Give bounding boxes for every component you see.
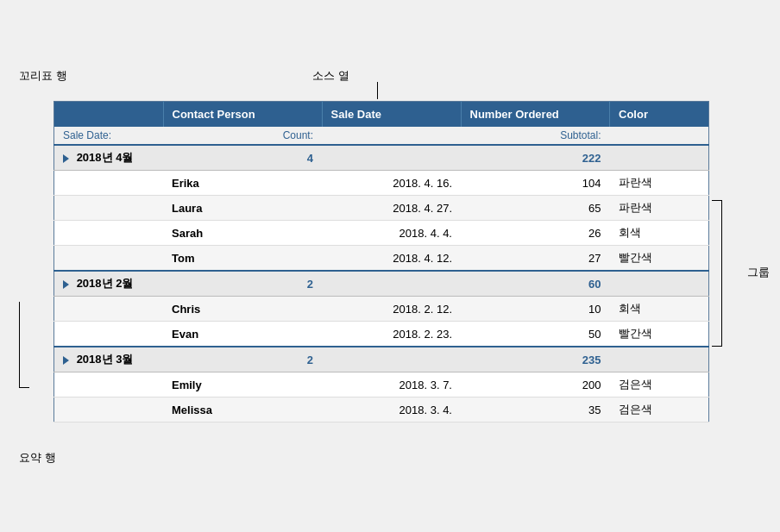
row-number: 26 [461, 221, 610, 246]
row-date: 2018. 3. 7. [322, 372, 461, 397]
table-row: Melissa 2018. 3. 4. 35 검은색 [54, 397, 709, 422]
row-color: 빨간색 [610, 322, 709, 347]
row-number: 65 [461, 196, 610, 221]
row-empty [54, 196, 164, 221]
row-name: Melissa [163, 397, 322, 422]
row-color: 파란색 [610, 196, 709, 221]
subtotal-label: Subtotal: [461, 127, 610, 145]
table-row: Emily 2018. 3. 7. 200 검은색 [54, 372, 709, 397]
source-col-line [377, 82, 378, 99]
table-body: Sale Date: Count: Subtotal: 2018년 4월 4 2… [54, 127, 709, 422]
table-header-row: Contact Person Sale Date Number Ordered … [54, 102, 709, 128]
row-number: 35 [461, 397, 610, 422]
row-name: Laura [163, 196, 322, 221]
row-color: 빨간색 [610, 246, 709, 272]
row-date: 2018. 2. 23. [322, 322, 461, 347]
color-empty-label [610, 127, 709, 145]
group-title-cell: 2018년 2월 [54, 271, 164, 297]
row-date: 2018. 4. 12. [322, 246, 461, 272]
row-date: 2018. 4. 4. [322, 221, 461, 246]
row-number: 10 [461, 297, 610, 322]
group-title: 2018년 2월 [77, 277, 134, 290]
row-empty [54, 297, 164, 322]
row-number: 27 [461, 246, 610, 272]
annotation-header-row: 꼬리표 행 [19, 68, 67, 84]
expand-triangle [63, 154, 69, 163]
col-header-contact-person: Contact Person [163, 102, 322, 128]
col-header-sale-date: Sale Date [322, 102, 461, 128]
col-header-color: Color [610, 102, 709, 128]
row-date: 2018. 2. 12. [322, 297, 461, 322]
count-label: Count: [163, 127, 322, 145]
sale-date-label: Sale Date: [54, 127, 164, 145]
group-date-empty [322, 271, 461, 297]
row-name: Evan [163, 322, 322, 347]
summary-label-row: Sale Date: Count: Subtotal: [54, 127, 709, 145]
row-number: 104 [461, 171, 610, 196]
col-header-number-ordered: Number Ordered [461, 102, 610, 128]
row-number: 200 [461, 372, 610, 397]
group-header-march2018[interactable]: 2018년 3월 2 235 [54, 347, 709, 372]
group-subtotal: 222 [461, 145, 610, 171]
row-name: Sarah [163, 221, 322, 246]
table-row: Sarah 2018. 4. 4. 26 회색 [54, 221, 709, 246]
row-name: Erika [163, 171, 322, 196]
row-date: 2018. 3. 4. [322, 397, 461, 422]
sale-date-empty [322, 127, 461, 145]
page-wrapper: 꼬리표 행 소스 열 그룹 요약 행 Contact Person Sale D… [19, 58, 761, 474]
table-row: Chris 2018. 2. 12. 10 회색 [54, 297, 709, 322]
group-count: 2 [163, 271, 322, 297]
group-title-cell: 2018년 3월 [54, 347, 164, 372]
group-title-cell: 2018년 4월 [54, 145, 164, 171]
table-row: Erika 2018. 4. 16. 104 파란색 [54, 171, 709, 196]
row-date: 2018. 4. 27. [322, 196, 461, 221]
row-name: Chris [163, 297, 322, 322]
table-row: Evan 2018. 2. 23. 50 빨간색 [54, 322, 709, 347]
row-color: 회색 [610, 297, 709, 322]
table-row: Laura 2018. 4. 27. 65 파란색 [54, 196, 709, 221]
table-row: Tom 2018. 4. 12. 27 빨간색 [54, 246, 709, 272]
row-empty [54, 221, 164, 246]
group-count: 2 [163, 347, 322, 372]
pivot-table: Contact Person Sale Date Number Ordered … [53, 101, 709, 422]
summary-bracket [19, 302, 29, 388]
row-empty [54, 322, 164, 347]
group-title: 2018년 3월 [77, 353, 134, 366]
group-date-empty [322, 145, 461, 171]
group-subtotal: 60 [461, 271, 610, 297]
row-empty [54, 372, 164, 397]
group-date-empty [322, 347, 461, 372]
row-color: 회색 [610, 221, 709, 246]
annotation-summary: 요약 행 [19, 450, 56, 466]
row-date: 2018. 4. 16. [322, 171, 461, 196]
group-bracket [712, 200, 722, 347]
row-empty [54, 171, 164, 196]
row-name: Emily [163, 372, 322, 397]
row-name: Tom [163, 246, 322, 272]
group-color-empty [610, 347, 709, 372]
annotation-group: 그룹 [747, 265, 770, 280]
group-subtotal: 235 [461, 347, 610, 372]
row-color: 파란색 [610, 171, 709, 196]
row-color: 검은색 [610, 397, 709, 422]
group-count: 4 [163, 145, 322, 171]
row-number: 50 [461, 322, 610, 347]
annotation-source-col: 소스 열 [312, 68, 349, 84]
group-color-empty [610, 271, 709, 297]
row-color: 검은색 [610, 372, 709, 397]
group-color-empty [610, 145, 709, 171]
expand-triangle [63, 280, 69, 289]
group-header-feb2018[interactable]: 2018년 2월 2 60 [54, 271, 709, 297]
expand-triangle [63, 356, 69, 365]
col-header-empty [54, 102, 164, 128]
group-title: 2018년 4월 [77, 151, 134, 164]
row-empty [54, 246, 164, 272]
row-empty [54, 397, 164, 422]
group-header-april2018[interactable]: 2018년 4월 4 222 [54, 145, 709, 171]
